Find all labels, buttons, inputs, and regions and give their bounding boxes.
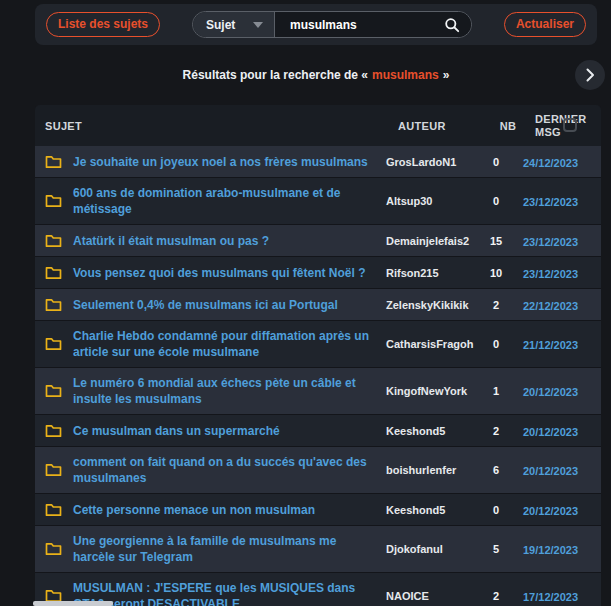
table-row[interactable]: Atatürk il était musulman ou pas ? Demai… (35, 225, 601, 257)
topic-title-link[interactable]: Vous pensez quoi des musulmans qui fêten… (73, 258, 375, 288)
topic-last-msg-cell: 21/12/2023 (511, 335, 591, 353)
topic-last-msg-cell: 23/12/2023 (511, 232, 591, 250)
refresh-button[interactable]: Actualiser (504, 12, 586, 37)
search-box: Sujet (192, 11, 472, 38)
topic-last-msg-date-link[interactable]: 23/12/2023 (523, 196, 578, 208)
folder-icon (45, 424, 62, 438)
folder-icon (45, 463, 62, 477)
search-input-area (275, 12, 471, 37)
topic-title-link[interactable]: MUSULMAN : J'ESPERE que les MUSIQUES dan… (73, 573, 386, 606)
folder-icon (45, 155, 62, 169)
topic-last-msg-cell: 24/12/2023 (511, 153, 591, 171)
topic-title-link[interactable]: comment on fait quand on a du succés qu'… (73, 447, 386, 493)
topic-last-msg-date-link[interactable]: 20/12/2023 (523, 505, 578, 517)
table-row[interactable]: Charlie Hebdo condamné pour diffamation … (35, 321, 601, 368)
search-submit-button[interactable] (443, 17, 461, 33)
search-type-selected: Sujet (206, 18, 235, 32)
topic-last-msg-cell: 20/12/2023 (511, 501, 591, 519)
chevron-down-icon (253, 22, 263, 28)
topic-cell: Atatürk il était musulman ou pas ? (45, 226, 386, 256)
topic-last-msg-date-link[interactable]: 20/12/2023 (523, 386, 578, 398)
topic-reply-count: 10 (481, 267, 511, 279)
table-row[interactable]: Cette personne menace un non musulman Ke… (35, 494, 601, 526)
topic-cell: Charlie Hebdo condamné pour diffamation … (45, 321, 386, 367)
table-row[interactable]: comment on fait quand on a du succés qu'… (35, 447, 601, 494)
table-row[interactable]: Seulement 0,4% de musulmans ici au Portu… (35, 289, 601, 321)
table-row[interactable]: Vous pensez quoi des musulmans qui fêten… (35, 257, 601, 289)
topic-cell: 600 ans de domination arabo-musulmane et… (45, 178, 386, 224)
topic-cell: Je souhaite un joyeux noel a nos frères … (45, 147, 386, 177)
topic-author: Demainjelefais2 (386, 235, 481, 247)
results-search-term: musulmans (372, 68, 439, 82)
topic-last-msg-date-link[interactable]: 20/12/2023 (523, 465, 578, 477)
table-row[interactable]: Une georgienne à la famille de musulmans… (35, 526, 601, 573)
topic-reply-count: 15 (481, 235, 511, 247)
topic-last-msg-cell: 20/12/2023 (511, 461, 591, 479)
topic-title-link[interactable]: Une georgienne à la famille de musulmans… (73, 526, 386, 572)
topic-author: ZelenskyKikikik (386, 299, 481, 311)
topic-author: CatharsisFragoh (386, 338, 481, 350)
topic-reply-count: 0 (481, 504, 511, 516)
topic-cell: Seulement 0,4% de musulmans ici au Portu… (45, 290, 386, 320)
topic-author: NAOICE (386, 590, 481, 602)
folder-icon (45, 542, 62, 556)
topic-last-msg-date-link[interactable]: 23/12/2023 (523, 236, 578, 248)
topic-last-msg-date-link[interactable]: 21/12/2023 (523, 339, 578, 351)
results-title-suffix: » (443, 68, 450, 82)
table-row[interactable]: Je souhaite un joyeux noel a nos frères … (35, 146, 601, 178)
topic-author: Keeshond5 (386, 425, 481, 437)
topic-title-link[interactable]: Ce musulman dans un supermarché (73, 416, 290, 446)
chevron-right-icon (585, 68, 595, 82)
table-row[interactable]: 600 ans de domination arabo-musulmane et… (35, 178, 601, 225)
search-icon (444, 17, 460, 33)
topic-title-link[interactable]: Cette personne menace un non musulman (73, 495, 325, 525)
topic-last-msg-cell: 20/12/2023 (511, 422, 591, 440)
table-row[interactable]: Ce musulman dans un supermarché Keeshond… (35, 415, 601, 447)
topic-title-link[interactable]: Le numéro 6 mondial aux échecs pète un c… (73, 368, 386, 414)
topic-last-msg-cell: 20/12/2023 (511, 382, 591, 400)
topic-title-link[interactable]: Atatürk il était musulman ou pas ? (73, 226, 279, 256)
topic-reply-count: 0 (481, 338, 511, 350)
topic-last-msg-date-link[interactable]: 24/12/2023 (523, 157, 578, 169)
results-title-prefix: Résultats pour la recherche de « (183, 68, 368, 82)
topic-author: Djokofanul (386, 543, 481, 555)
topic-last-msg-date-link[interactable]: 22/12/2023 (523, 300, 578, 312)
horizontal-scrollbar-thumb[interactable] (33, 601, 113, 606)
topic-title-link[interactable]: Seulement 0,4% de musulmans ici au Portu… (73, 290, 348, 320)
topic-last-msg-date-link[interactable]: 20/12/2023 (523, 426, 578, 438)
topic-last-msg-date-link[interactable]: 19/12/2023 (523, 544, 578, 556)
search-input[interactable] (288, 17, 443, 33)
topic-last-msg-date-link[interactable]: 17/12/2023 (523, 591, 578, 603)
results-title: Résultats pour la recherche de «musulman… (183, 68, 450, 82)
folder-icon (45, 194, 62, 208)
topic-last-msg-date-link[interactable]: 23/12/2023 (523, 268, 578, 280)
table-row[interactable]: Le numéro 6 mondial aux échecs pète un c… (35, 368, 601, 415)
header-auteur: AUTEUR (398, 120, 493, 132)
topic-reply-count: 2 (481, 425, 511, 437)
select-all-checkbox[interactable] (563, 118, 577, 132)
topic-cell: comment on fait quand on a du succés qu'… (45, 447, 386, 493)
topic-title-link[interactable]: 600 ans de domination arabo-musulmane et… (73, 178, 386, 224)
search-type-dropdown[interactable]: Sujet (193, 12, 275, 37)
topic-reply-count: 2 (481, 590, 511, 602)
topic-title-link[interactable]: Je souhaite un joyeux noel a nos frères … (73, 147, 378, 177)
toolbar: Liste des sujets Sujet Actualiser (35, 4, 597, 45)
list-topics-button[interactable]: Liste des sujets (46, 12, 160, 37)
topic-cell: Le numéro 6 mondial aux échecs pète un c… (45, 368, 386, 414)
topic-table: SUJET AUTEUR NB DERNIER MSG Je souhaite … (35, 105, 601, 606)
topic-reply-count: 2 (481, 299, 511, 311)
folder-icon (45, 266, 62, 280)
folder-icon (45, 337, 62, 351)
topic-table-body: Je souhaite un joyeux noel a nos frères … (35, 146, 601, 606)
topic-last-msg-cell: 23/12/2023 (511, 192, 591, 210)
topic-reply-count: 0 (481, 195, 511, 207)
topic-cell: Vous pensez quoi des musulmans qui fêten… (45, 258, 386, 288)
topic-last-msg-cell: 19/12/2023 (511, 540, 591, 558)
next-page-button[interactable] (575, 60, 605, 90)
topic-author: GrosLardoN1 (386, 156, 481, 168)
topic-reply-count: 1 (481, 385, 511, 397)
topic-last-msg-cell: 22/12/2023 (511, 296, 591, 314)
topic-cell: Ce musulman dans un supermarché (45, 416, 386, 446)
table-row[interactable]: MUSULMAN : J'ESPERE que les MUSIQUES dan… (35, 573, 601, 606)
topic-title-link[interactable]: Charlie Hebdo condamné pour diffamation … (73, 321, 386, 367)
